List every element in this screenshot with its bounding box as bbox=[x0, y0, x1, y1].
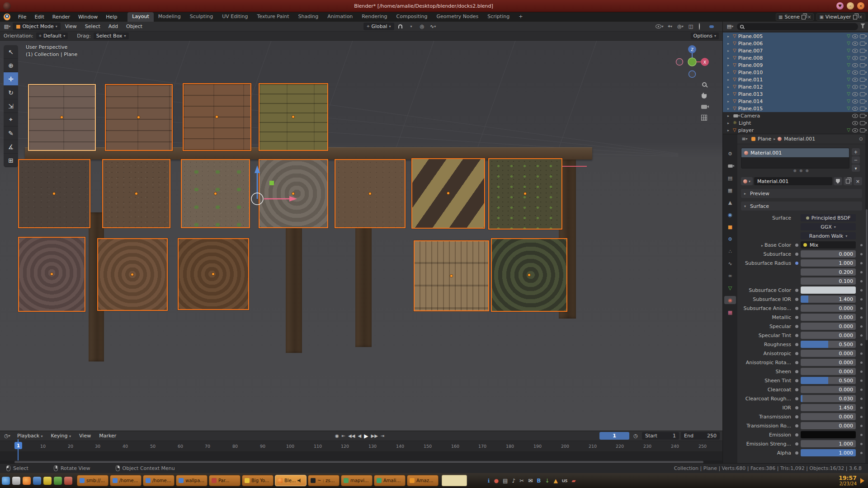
plane-object[interactable] bbox=[335, 159, 406, 228]
expand-arrow-icon[interactable]: ▸ bbox=[727, 128, 731, 132]
tab-animation[interactable]: Animation bbox=[323, 12, 357, 22]
outliner-row[interactable]: ▸Camera bbox=[723, 112, 868, 119]
transmission-roughness-slider[interactable]: 0.000 bbox=[801, 422, 856, 429]
material-slot-list[interactable]: Material.001 + − ▾ bbox=[741, 148, 849, 169]
xray-toggle-icon[interactable]: ◫ bbox=[686, 23, 695, 31]
object-name[interactable]: Plane.006 bbox=[738, 41, 763, 47]
tray-clipboard-icon[interactable]: ▤ bbox=[503, 478, 508, 483]
play-reverse-icon[interactable]: ◀ bbox=[358, 433, 362, 438]
animate-decorator[interactable] bbox=[860, 244, 863, 246]
scale-tool[interactable]: ⇲ bbox=[4, 99, 18, 113]
plane-object[interactable] bbox=[97, 238, 168, 311]
outliner-row[interactable]: ▸▽Plane.005▽ bbox=[723, 33, 868, 40]
object-name[interactable]: Plane.010 bbox=[738, 70, 763, 75]
animate-decorator[interactable] bbox=[860, 371, 863, 373]
mode-dropdown[interactable]: ■Object Mode▾ bbox=[13, 23, 61, 30]
menu-view-timeline[interactable]: View bbox=[75, 432, 94, 440]
taskbar-window-button[interactable]: Amaz... bbox=[407, 475, 439, 486]
expand-arrow-icon[interactable]: ▸ bbox=[727, 34, 731, 38]
disable-in-renders-icon[interactable] bbox=[860, 107, 865, 111]
object-name[interactable]: player bbox=[738, 127, 754, 133]
outliner-row[interactable]: ▸▽Plane.015▽ bbox=[723, 105, 868, 112]
tray-info-icon[interactable]: ℹ bbox=[488, 478, 490, 483]
tab-tool[interactable]: ⚙ bbox=[724, 150, 736, 158]
outliner-row[interactable]: ▸▽Plane.014▽ bbox=[723, 98, 868, 105]
orientation-setting-dropdown[interactable]: ⌖Default▾ bbox=[36, 33, 68, 39]
editor-type-icon[interactable]: ▧ ▾ bbox=[3, 23, 12, 31]
outliner-row[interactable]: ▸▽Plane.007▽ bbox=[723, 47, 868, 54]
plane-object[interactable] bbox=[102, 159, 170, 228]
plane-object[interactable] bbox=[491, 238, 567, 312]
disable-in-renders-icon[interactable] bbox=[860, 70, 865, 75]
alpha-slider[interactable]: 1.000 bbox=[801, 449, 856, 456]
ior-field[interactable]: 1.450 bbox=[801, 404, 856, 411]
outliner-row[interactable]: ▸▽Plane.008▽ bbox=[723, 54, 868, 61]
roughness-slider[interactable]: 0.500 bbox=[801, 341, 856, 348]
taskbar-window-button[interactable]: smb://... bbox=[77, 475, 108, 486]
tab-modeling[interactable]: Modeling bbox=[154, 12, 185, 22]
tray-volume-icon[interactable]: ♪ bbox=[512, 478, 515, 483]
outliner-row[interactable]: ▸▽Plane.011▽ bbox=[723, 76, 868, 83]
tab-shading[interactable]: Shading bbox=[294, 12, 323, 22]
plane-object-active[interactable] bbox=[28, 84, 96, 151]
auto-keying-icon[interactable]: ◉ bbox=[335, 433, 339, 438]
plane-object[interactable] bbox=[411, 158, 485, 229]
animate-decorator[interactable] bbox=[860, 298, 863, 300]
tab-rendering[interactable]: Rendering bbox=[357, 12, 392, 22]
disable-in-renders-icon[interactable] bbox=[860, 56, 865, 60]
new-material-copy-icon[interactable] bbox=[844, 177, 852, 185]
taskbar-window-button[interactable]: Par... bbox=[209, 475, 241, 486]
add-slot-button[interactable]: + bbox=[852, 148, 860, 155]
taskbar-blank-window[interactable] bbox=[442, 475, 467, 486]
hide-in-viewport-icon[interactable] bbox=[852, 70, 858, 75]
properties-scrollbar[interactable] bbox=[865, 134, 868, 464]
close-window-icon[interactable]: × bbox=[857, 2, 864, 9]
expand-arrow-icon[interactable]: ▸ bbox=[727, 92, 731, 96]
animate-decorator[interactable] bbox=[860, 289, 863, 291]
plane-object[interactable] bbox=[18, 237, 85, 312]
specular-tint-slider[interactable]: 0.000 bbox=[801, 332, 856, 339]
animate-decorator[interactable] bbox=[860, 407, 863, 409]
taskbar-window-button[interactable]: Big Yo... bbox=[242, 475, 274, 486]
tray-bluetooth-icon[interactable]: B bbox=[537, 478, 541, 483]
keyboard-layout-indicator[interactable]: us bbox=[562, 478, 568, 483]
shading-solid-icon[interactable] bbox=[703, 25, 708, 28]
disable-in-renders-icon[interactable] bbox=[860, 85, 865, 89]
specular-slider[interactable]: 0.000 bbox=[801, 323, 856, 330]
taskbar-window-button[interactable]: ~ : zsh ... bbox=[308, 475, 340, 486]
subsurface-radius-field[interactable]: 0.200 bbox=[801, 268, 856, 276]
gizmos-dropdown[interactable]: ⌖▾ bbox=[665, 23, 675, 31]
distribution-dropdown[interactable]: GGX▾ bbox=[801, 223, 856, 230]
tab-texture-paint[interactable]: Texture Paint bbox=[253, 12, 294, 22]
launcher-icon[interactable] bbox=[12, 477, 20, 485]
previous-keyframe-icon[interactable]: ◀◀ bbox=[348, 433, 355, 438]
menu-window[interactable]: Window bbox=[74, 13, 102, 21]
snap-settings-dropdown[interactable]: ▾ bbox=[407, 23, 416, 31]
toggle-perspective-icon[interactable] bbox=[701, 115, 707, 122]
tray-alert-icon[interactable]: ▲ bbox=[553, 478, 557, 483]
browse-material-dropdown[interactable]: ▾ bbox=[741, 177, 753, 185]
anisotropic-rotation-slider[interactable]: 0.000 bbox=[801, 359, 856, 366]
taskbar-window-button[interactable]: wallpa... bbox=[176, 475, 208, 486]
list-resize-grip[interactable]: ● ● ● bbox=[737, 169, 866, 173]
fake-user-shield-icon[interactable] bbox=[834, 177, 842, 185]
disable-in-renders-icon[interactable] bbox=[860, 128, 865, 132]
options-dropdown[interactable]: Options▾ bbox=[691, 33, 719, 39]
tab-particles[interactable]: ∴ bbox=[724, 247, 736, 255]
tab-constraints[interactable]: ∞ bbox=[724, 272, 736, 280]
expand-arrow-icon[interactable]: ▸ bbox=[727, 42, 731, 46]
taskbar-window-button[interactable]: /home... bbox=[110, 475, 142, 486]
object-name[interactable]: Light bbox=[739, 120, 751, 126]
shade-window-icon[interactable]: ♥ bbox=[836, 2, 844, 9]
disable-in-renders-icon[interactable] bbox=[860, 99, 865, 103]
menu-select[interactable]: Select bbox=[81, 23, 104, 30]
expand-arrow-icon[interactable]: ▸ bbox=[727, 114, 731, 118]
surface-panel-header[interactable]: ▾Surface bbox=[741, 202, 862, 211]
expand-arrow-icon[interactable]: ▸ bbox=[727, 121, 731, 125]
emission-color-swatch[interactable] bbox=[801, 431, 856, 438]
gizmo-z-arrow[interactable] bbox=[255, 165, 260, 173]
show-object-types-dropdown[interactable]: ▾ bbox=[655, 23, 664, 31]
expand-arrow-icon[interactable]: ▸ bbox=[727, 85, 731, 89]
disable-in-renders-icon[interactable] bbox=[860, 92, 865, 96]
menu-playback[interactable]: Playback ▾ bbox=[14, 432, 47, 440]
